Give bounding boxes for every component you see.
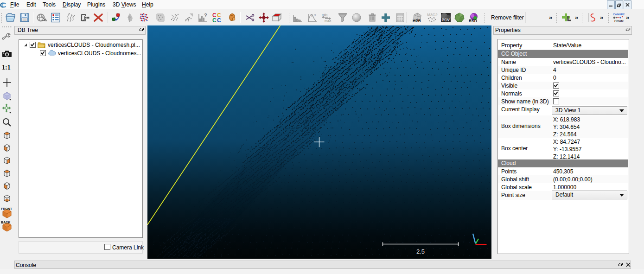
svg-text:Create: Create bbox=[614, 19, 624, 23]
svg-text:C: C bbox=[212, 17, 217, 23]
svg-text:M3C2: M3C2 bbox=[427, 13, 438, 17]
svg-text:μ,σ: μ,σ bbox=[311, 13, 316, 17]
svg-text:HPR: HPR bbox=[413, 19, 421, 23]
svg-text:C: C bbox=[217, 17, 221, 23]
svg-text:min: min bbox=[322, 13, 327, 17]
svg-text:FRONT: FRONT bbox=[1, 207, 13, 210]
svg-text:max: max bbox=[325, 19, 331, 23]
svg-text:CANUPO: CANUPO bbox=[613, 13, 625, 16]
svg-text:1:1: 1:1 bbox=[2, 64, 11, 71]
svg-text:PCV: PCV bbox=[442, 18, 450, 22]
svg-text:RSD: RSD bbox=[469, 19, 477, 23]
svg-text:BACK: BACK bbox=[1, 221, 10, 224]
svg-text:2.5: 2.5 bbox=[416, 248, 425, 255]
svg-text:?: ? bbox=[204, 13, 207, 18]
